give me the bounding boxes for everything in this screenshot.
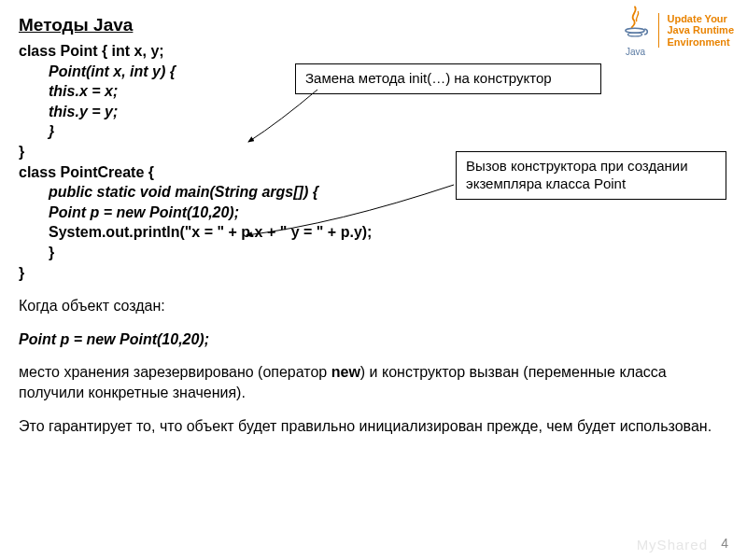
watermark: MyShared — [637, 537, 708, 553]
svg-point-1 — [628, 33, 642, 36]
java-tag-3: Environment — [667, 36, 734, 49]
explanation: Когда объект создан: Point p = new Point… — [19, 296, 728, 436]
explain-code: Point p = new Point(10,20); — [19, 329, 728, 350]
code-line: this.y = y; — [19, 102, 118, 122]
code-line: } — [19, 144, 24, 160]
code-line: public static void main(String args[]) { — [19, 182, 318, 203]
code-line: Point p = new Point(10,20); — [19, 203, 239, 223]
java-icon: Java — [619, 4, 651, 57]
code-line: class PointCreate { — [19, 164, 154, 180]
code-line: this.x = x; — [19, 81, 118, 102]
java-label: Java — [619, 47, 651, 57]
java-tag-2: Java Runtime — [667, 24, 734, 36]
code-line: Point(int x, int y) { — [19, 62, 176, 82]
java-tagline: Update Your Java Runtime Environment — [658, 13, 734, 49]
code-line: } — [19, 121, 54, 142]
slide: Java Update Your Java Runtime Environmen… — [0, 0, 747, 560]
explain-storage: место хранения зарезервировано (оператор… — [19, 362, 728, 402]
java-logo: Java Update Your Java Runtime Environmen… — [619, 4, 734, 57]
explain-intro: Когда объект создан: — [19, 296, 728, 316]
code-line: class Point { int x, y; — [19, 43, 164, 59]
page-number: 4 — [721, 536, 728, 551]
callout-constructor-call: Вызов конструктора при создании экземпля… — [456, 151, 726, 200]
code-line: } — [19, 265, 24, 281]
callout-constructor-replace: Замена метода init(…) на конструктор — [295, 63, 601, 94]
code-line: } — [19, 243, 54, 263]
explain-guarantee: Это гарантирует то, что объект будет пра… — [19, 416, 728, 437]
code-line: System.out.println("x = " + p.x + " y = … — [19, 222, 372, 243]
java-tag-1: Update Your — [667, 13, 734, 25]
